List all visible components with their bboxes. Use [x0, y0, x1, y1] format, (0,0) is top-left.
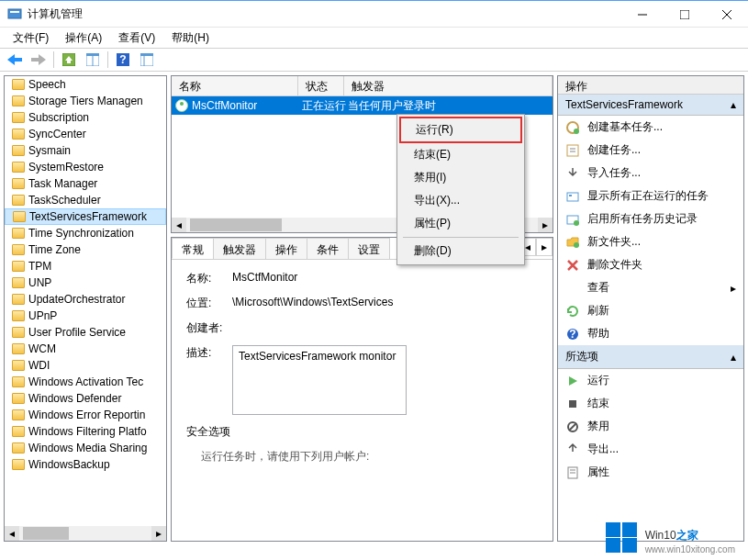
- tree-item[interactable]: Windows Activation Tec: [5, 374, 166, 390]
- tree-label: Subscription: [28, 111, 89, 124]
- action-label: 删除文件夹: [587, 257, 642, 273]
- folder-icon: [12, 277, 25, 288]
- action-export[interactable]: 导出...: [558, 438, 743, 461]
- tree-item[interactable]: Speech: [5, 76, 166, 93]
- tree-item[interactable]: TPM: [5, 258, 166, 274]
- import-icon: [565, 166, 580, 181]
- tree-item[interactable]: Subscription: [5, 109, 166, 126]
- action-create[interactable]: 创建任务...: [558, 139, 743, 162]
- panes-button[interactable]: [82, 50, 104, 70]
- menu-view[interactable]: 查看(V): [111, 28, 162, 48]
- tab-general[interactable]: 常规: [172, 238, 214, 259]
- cm-disable[interactable]: 禁用(I): [399, 166, 522, 189]
- folder-icon: [12, 129, 25, 140]
- action-view[interactable]: 查看▸: [558, 276, 743, 299]
- tab-actions[interactable]: 操作: [265, 238, 307, 259]
- export-icon: [565, 442, 580, 457]
- action-import[interactable]: 导入任务...: [558, 162, 743, 185]
- folder-icon: [12, 459, 25, 470]
- action-show-running[interactable]: 显示所有正在运行的任务: [558, 185, 743, 207]
- action-props[interactable]: 属性: [558, 461, 743, 484]
- tree-item[interactable]: SystemRestore: [5, 159, 166, 175]
- action-create-basic[interactable]: 创建基本任务...: [558, 116, 743, 139]
- tree-item[interactable]: SyncCenter: [5, 126, 166, 142]
- tree-item[interactable]: Time Synchronization: [5, 225, 166, 241]
- action-disable[interactable]: 禁用: [558, 415, 743, 438]
- close-button[interactable]: [706, 1, 748, 28]
- tree-label: UPnP: [28, 309, 57, 322]
- tab-next[interactable]: ▸: [536, 238, 553, 256]
- minimize-button[interactable]: [621, 1, 664, 28]
- tree-label: Windows Media Sharing: [28, 442, 147, 454]
- tab-triggers[interactable]: 触发器: [213, 238, 266, 259]
- security-sub: 运行任务时，请使用下列用户帐户:: [186, 449, 538, 465]
- tree-label: WindowsBackup: [28, 458, 110, 471]
- tree-label: Task Manager: [28, 177, 97, 190]
- menu-action[interactable]: 操作(A): [58, 28, 109, 48]
- tree-item[interactable]: Windows Error Reportin: [5, 407, 166, 423]
- col-state[interactable]: 状态: [298, 76, 344, 95]
- value-location: \Microsoft\Windows\TextServices: [232, 296, 538, 308]
- tree-item[interactable]: User Profile Service: [5, 324, 166, 341]
- folder-icon: [12, 228, 25, 239]
- cm-run[interactable]: 运行(R): [399, 117, 522, 143]
- tree-item[interactable]: UNP: [5, 274, 166, 291]
- tree-item[interactable]: UPnP: [5, 308, 166, 324]
- tree-item[interactable]: WDI: [5, 357, 166, 374]
- menu-help[interactable]: 帮助(H): [164, 28, 217, 48]
- actions-section-2[interactable]: 所选项 ▴: [558, 345, 743, 369]
- desc-textarea[interactable]: TextServicesFramework monitor: [232, 345, 407, 415]
- folder-icon: [12, 360, 25, 371]
- tree-scrollbar[interactable]: ◂▸: [5, 526, 166, 541]
- action-new-folder[interactable]: 新文件夹...: [558, 230, 743, 253]
- svg-text:?: ?: [119, 53, 126, 66]
- tree-item[interactable]: Windows Defender: [5, 390, 166, 407]
- action-label: 运行: [587, 373, 609, 388]
- tree-item[interactable]: UpdateOrchestrator: [5, 291, 166, 308]
- tree-item[interactable]: Windows Filtering Platfo: [5, 423, 166, 440]
- action-history[interactable]: 启用所有任务历史记录: [558, 207, 743, 230]
- tree-item[interactable]: TextServicesFramework: [5, 208, 166, 225]
- back-button[interactable]: [4, 50, 26, 70]
- svg-point-24: [574, 242, 579, 248]
- cm-export[interactable]: 导出(X)...: [399, 189, 522, 212]
- tree-item[interactable]: Task Manager: [5, 175, 166, 192]
- action-delete[interactable]: 删除文件夹: [558, 253, 743, 276]
- tree-item[interactable]: Time Zone: [5, 241, 166, 258]
- menu-file[interactable]: 文件(F): [6, 28, 56, 48]
- tree-item[interactable]: WindowsBackup: [5, 456, 166, 473]
- action-end[interactable]: 结束: [558, 392, 743, 415]
- console-button[interactable]: [136, 50, 158, 70]
- task-state: 正在运行: [302, 98, 348, 114]
- actions-section-1[interactable]: TextServicesFramework ▴: [558, 95, 743, 116]
- svg-rect-0: [8, 9, 21, 18]
- tree-item[interactable]: Sysmain: [5, 142, 166, 159]
- tree-label: Windows Activation Tec: [28, 375, 143, 388]
- cm-props[interactable]: 属性(P): [399, 212, 522, 235]
- forward-button[interactable]: [28, 50, 50, 70]
- props-icon: [565, 465, 580, 480]
- up-button[interactable]: [58, 50, 80, 70]
- cm-delete[interactable]: 删除(D): [399, 240, 522, 263]
- action-run[interactable]: 运行: [558, 369, 743, 392]
- col-name[interactable]: 名称: [172, 76, 298, 95]
- task-status-icon: [175, 99, 188, 112]
- tree-list[interactable]: SpeechStorage Tiers ManagenSubscriptionS…: [5, 76, 166, 541]
- end-icon: [565, 397, 580, 411]
- window-title: 计算机管理: [28, 6, 83, 22]
- action-refresh[interactable]: 刷新: [558, 299, 743, 322]
- tree-item[interactable]: Windows Media Sharing: [5, 440, 166, 456]
- help-button[interactable]: ?: [112, 50, 134, 70]
- create-icon: [565, 143, 580, 158]
- tree-item[interactable]: WCM: [5, 341, 166, 357]
- maximize-button[interactable]: [664, 1, 706, 28]
- action-help[interactable]: ?帮助: [558, 322, 743, 345]
- tree-item[interactable]: TaskScheduler: [5, 192, 166, 208]
- tab-settings[interactable]: 设置: [348, 238, 390, 259]
- cm-end[interactable]: 结束(E): [399, 143, 522, 166]
- titlebar: 计算机管理: [0, 0, 748, 28]
- col-trigger[interactable]: 触发器: [344, 76, 553, 95]
- task-row[interactable]: MsCtfMonitor 正在运行 当任何用户登录时: [172, 96, 553, 115]
- tree-item[interactable]: Storage Tiers Managen: [5, 93, 166, 109]
- tab-conditions[interactable]: 条件: [307, 238, 349, 259]
